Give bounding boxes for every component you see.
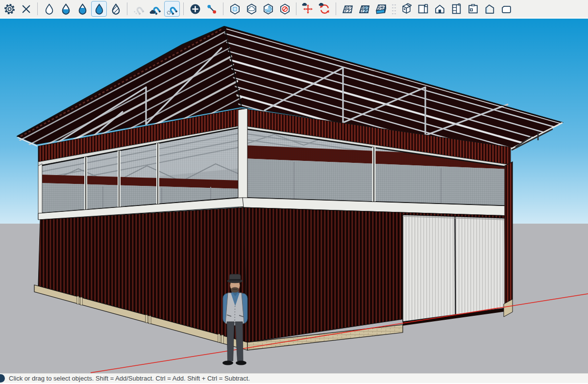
building-facade-icon[interactable]: [448, 1, 464, 17]
status-bar: Click or drag to select objects. Shift =…: [0, 373, 588, 383]
application-window: Click or drag to select objects. Shift =…: [0, 0, 588, 384]
package-box-icon[interactable]: [398, 1, 414, 17]
hexagon-square-icon[interactable]: [227, 1, 243, 17]
slab-outline-icon[interactable]: [498, 1, 514, 17]
drop-threequarters-icon[interactable]: [74, 1, 90, 17]
magnet-disabled-icon[interactable]: [131, 1, 147, 17]
viewport-scene[interactable]: [0, 19, 588, 373]
toolbar-separator: [183, 2, 184, 15]
drop-empty-icon[interactable]: [41, 1, 57, 17]
toolbar-separator: [336, 2, 336, 15]
house-door-icon[interactable]: [432, 1, 447, 17]
hexagon-cloud-icon[interactable]: [244, 1, 259, 17]
mesh-shaded-icon[interactable]: [356, 1, 372, 17]
toolbar-separator: [296, 2, 296, 15]
hexagon-block-icon[interactable]: [277, 1, 293, 17]
door-panel-icon[interactable]: [415, 1, 431, 17]
status-message: Click or drag to select objects. Shift =…: [9, 375, 250, 382]
house-outline-icon[interactable]: [482, 1, 497, 17]
gear-icon[interactable]: [1, 1, 17, 17]
plus-circle-icon[interactable]: [187, 1, 203, 17]
3d-viewport[interactable]: [0, 19, 588, 373]
toolbar-separator: [127, 2, 127, 15]
help-circle-icon[interactable]: [0, 374, 5, 383]
drop-full-icon[interactable]: [91, 1, 107, 17]
magnet-cloud-icon[interactable]: [147, 1, 163, 17]
toolbar-separator: [37, 2, 38, 15]
mesh-solid-icon[interactable]: [373, 1, 389, 17]
cloud-move-arrows-icon[interactable]: [300, 1, 316, 17]
container-panel-icon[interactable]: [465, 1, 481, 17]
hexagon-fingerprint-icon[interactable]: [260, 1, 276, 17]
toolbar-separator: [223, 2, 223, 15]
magnet-dots-icon[interactable]: [164, 1, 180, 17]
cloud-sync-icon[interactable]: [317, 1, 332, 17]
node-link-icon[interactable]: [204, 1, 220, 17]
close-icon[interactable]: [18, 1, 34, 17]
toolbar-drag-handle[interactable]: [391, 2, 396, 15]
mesh-wire-icon[interactable]: [340, 1, 355, 17]
main-toolbar: [0, 0, 588, 19]
drop-half-icon[interactable]: [58, 1, 74, 17]
drop-hatched-icon[interactable]: [108, 1, 123, 17]
